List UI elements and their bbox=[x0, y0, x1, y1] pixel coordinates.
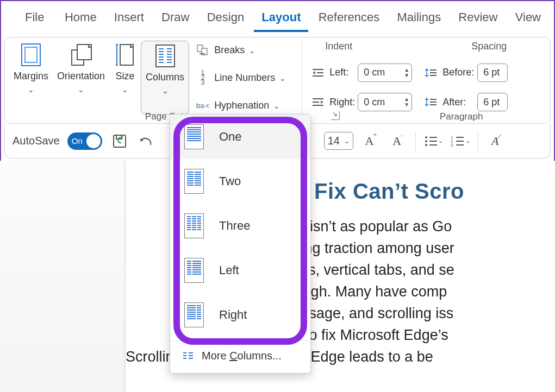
tab-references[interactable]: References bbox=[311, 7, 388, 32]
chevron-down-icon: ⌄ bbox=[344, 137, 350, 145]
spacing-before-label: Before: bbox=[442, 67, 473, 78]
chevron-down-icon: ⌄ bbox=[249, 46, 255, 55]
breaks-button[interactable]: Breaks ⌄ bbox=[196, 44, 286, 56]
chevron-down-icon: ⌄ bbox=[273, 102, 280, 110]
margins-button[interactable]: Margins ⌄ bbox=[9, 41, 53, 115]
option-label: Left bbox=[219, 263, 239, 277]
tab-mailings[interactable]: Mailings bbox=[389, 7, 448, 32]
more-columns-button[interactable]: More Columns... bbox=[170, 340, 310, 371]
orientation-label: Orientation bbox=[57, 71, 105, 82]
two-column-icon bbox=[184, 169, 204, 194]
line-numbers-icon: 123 bbox=[196, 72, 210, 84]
save-button[interactable] bbox=[110, 131, 129, 151]
chevron-down-icon: ⌄ bbox=[162, 86, 169, 95]
spacing-after-input[interactable]: 6 pt bbox=[477, 93, 508, 111]
toggle-knob bbox=[86, 134, 101, 148]
orientation-icon bbox=[70, 43, 92, 66]
hyphenation-button[interactable]: ba-c Hyphenation ⌄ bbox=[196, 99, 286, 111]
tab-draw[interactable]: Draw bbox=[154, 7, 197, 32]
chevron-down-icon: ⌄ bbox=[78, 85, 84, 94]
breaks-label: Breaks bbox=[214, 45, 245, 56]
shrink-font-button[interactable]: Aˇ bbox=[388, 131, 408, 151]
svg-rect-1 bbox=[25, 47, 37, 62]
hyphenation-icon: ba-c bbox=[196, 99, 210, 111]
svg-text:3: 3 bbox=[451, 143, 453, 148]
clear-formatting-button[interactable]: A⁄ bbox=[486, 131, 506, 151]
option-label: Three bbox=[219, 219, 250, 233]
left-column-icon bbox=[184, 258, 204, 283]
chevron-down-icon: ⌄ bbox=[28, 85, 34, 94]
tab-design[interactable]: Design bbox=[199, 7, 252, 32]
right-column-icon bbox=[184, 302, 204, 327]
size-button[interactable]: Size ⌄ bbox=[109, 41, 141, 115]
autosave-label: AutoSave bbox=[13, 135, 60, 147]
autosave-toggle[interactable]: On bbox=[67, 132, 102, 150]
bullets-button[interactable]: ⌄ bbox=[423, 131, 443, 151]
autosave-on-label: On bbox=[72, 136, 83, 146]
indent-right-icon bbox=[311, 96, 325, 108]
columns-button[interactable]: Columns ⌄ bbox=[141, 41, 189, 115]
columns-option-three[interactable]: Three bbox=[170, 204, 310, 248]
spacing-after-label: After: bbox=[442, 97, 473, 108]
columns-option-right[interactable]: Right bbox=[170, 293, 310, 337]
columns-dropdown: One Two Three Left Right bbox=[170, 114, 311, 374]
font-size-select[interactable]: 14 ⌄ bbox=[324, 132, 353, 150]
indent-right-input[interactable]: 0 cm ▲▼ bbox=[358, 93, 412, 111]
line-numbers-label: Line Numbers bbox=[214, 72, 275, 84]
columns-option-left[interactable]: Left bbox=[170, 248, 310, 293]
paragraph-group-label: Paragraph bbox=[440, 111, 483, 122]
spacing-after-value: 6 pt bbox=[483, 97, 500, 108]
indent-right-label: Right: bbox=[329, 97, 353, 108]
indent-left-label: Left: bbox=[329, 67, 353, 78]
spacing-before-icon bbox=[424, 67, 438, 79]
tab-review[interactable]: Review bbox=[451, 7, 505, 32]
grow-font-button[interactable]: A^ bbox=[361, 131, 381, 151]
spacing-before-input[interactable]: 6 pt bbox=[477, 64, 508, 82]
svg-point-39 bbox=[425, 144, 427, 146]
indent-left-icon bbox=[311, 67, 325, 79]
columns-option-one[interactable]: One bbox=[170, 115, 310, 159]
chevron-down-icon: ⌄ bbox=[279, 74, 286, 83]
chevron-down-icon: ⌄ bbox=[122, 85, 128, 94]
margins-label: Margins bbox=[14, 71, 48, 82]
one-column-icon bbox=[184, 124, 204, 149]
spacing-before-value: 6 pt bbox=[483, 67, 500, 78]
line-numbers-button[interactable]: 123 Line Numbers ⌄ bbox=[196, 72, 286, 84]
indent-left-input[interactable]: 0 cm ▲▼ bbox=[358, 64, 412, 82]
svg-rect-35 bbox=[114, 135, 126, 147]
tab-file[interactable]: File bbox=[17, 7, 52, 32]
more-columns-label: More Columns... bbox=[202, 350, 282, 362]
option-label: One bbox=[219, 130, 242, 144]
option-label: Right bbox=[219, 308, 247, 322]
orientation-button[interactable]: Orientation ⌄ bbox=[53, 41, 109, 115]
spacing-after-icon bbox=[424, 96, 438, 108]
three-column-icon bbox=[184, 213, 204, 238]
spinner-icon[interactable]: ▲▼ bbox=[401, 68, 409, 78]
tab-insert[interactable]: Insert bbox=[107, 7, 152, 32]
svg-point-38 bbox=[425, 140, 427, 142]
font-size-value: 14 bbox=[328, 135, 340, 147]
page-setup-dialog-launcher[interactable] bbox=[331, 111, 340, 120]
size-icon bbox=[114, 43, 136, 66]
ribbon: Margins ⌄ Orientation ⌄ Size ⌄ Columns ⌄ bbox=[4, 37, 551, 124]
margins-icon bbox=[20, 43, 42, 66]
tab-home[interactable]: Home bbox=[57, 7, 104, 32]
indent-right-value: 0 cm bbox=[364, 97, 385, 108]
hyphenation-label: Hyphenation bbox=[214, 100, 269, 111]
indent-left-value: 0 cm bbox=[364, 67, 385, 78]
more-columns-icon bbox=[182, 351, 194, 361]
indent-heading: Indent bbox=[325, 41, 352, 52]
document-gutter bbox=[0, 161, 125, 392]
tab-layout[interactable]: Layout bbox=[254, 7, 308, 32]
undo-button[interactable] bbox=[137, 131, 157, 151]
ribbon-tabs: File Home Insert Draw Design Layout Refe… bbox=[1, 1, 554, 34]
svg-point-37 bbox=[425, 136, 427, 138]
breaks-icon bbox=[196, 44, 210, 56]
tab-view[interactable]: View bbox=[508, 7, 548, 32]
size-label: Size bbox=[116, 71, 135, 82]
columns-icon bbox=[154, 45, 177, 67]
spacing-heading: Spacing bbox=[471, 41, 507, 52]
columns-option-two[interactable]: Two bbox=[170, 159, 310, 204]
spinner-icon[interactable]: ▲▼ bbox=[401, 97, 409, 107]
numbering-button[interactable]: 123⌄ bbox=[451, 131, 470, 151]
